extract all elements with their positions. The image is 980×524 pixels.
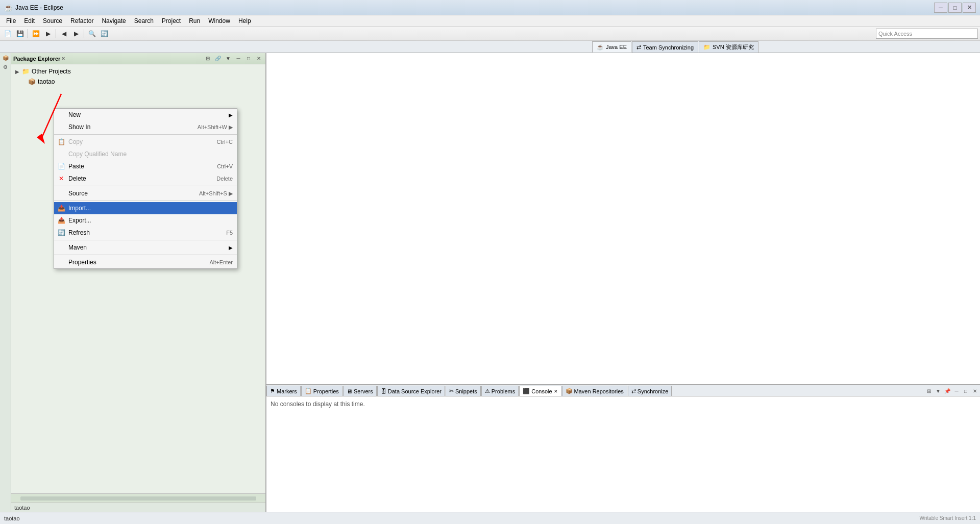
ctx-export[interactable]: 📤 Export...	[54, 214, 237, 227]
tb-run-button[interactable]: ▶	[42, 28, 54, 39]
team-sync-icon: ⇄	[636, 44, 641, 51]
package-explorer-title: Package Explorer	[13, 56, 60, 62]
menu-file[interactable]: File	[2, 16, 20, 26]
ctx-show-in-label: Show In	[68, 123, 90, 131]
ctx-paste[interactable]: 📄 Paste Ctrl+V	[54, 160, 237, 172]
bottom-new-console-button[interactable]: ⊞	[925, 387, 933, 395]
ctx-properties[interactable]: Properties Alt+Enter	[54, 256, 237, 268]
tab-data-source[interactable]: 🗄 Data Source Explorer	[377, 386, 445, 396]
bottom-display-button[interactable]: ▼	[934, 387, 942, 395]
properties-icon: 📋	[305, 388, 312, 394]
maximize-view-button[interactable]: □	[244, 54, 253, 63]
link-editor-button[interactable]: 🔗	[213, 54, 223, 63]
menu-edit[interactable]: Edit	[20, 16, 39, 26]
tab-maven-repos[interactable]: 📦 Maven Repositories	[562, 386, 627, 396]
ctx-copy[interactable]: 📋 Copy Ctrl+C	[54, 136, 237, 148]
ctx-delete[interactable]: ✕ Delete Delete	[54, 172, 237, 185]
collapse-all-button[interactable]: ⊟	[203, 54, 212, 63]
main-editor-area: ⚑ Markers 📋 Properties 🖥 Servers 🗄 Data …	[266, 53, 980, 512]
menu-run[interactable]: Run	[185, 16, 204, 26]
ctx-delete-shortcut: Delete	[216, 176, 233, 182]
maximize-button[interactable]: □	[948, 3, 962, 13]
tb-save-button[interactable]: 💾	[14, 28, 26, 39]
tab-problems[interactable]: ⚠ Problems	[481, 386, 519, 396]
menu-navigate[interactable]: Navigate	[97, 16, 130, 26]
tab-snippets[interactable]: ✂ Snippets	[446, 386, 481, 396]
other-projects-item[interactable]: ▶ 📁 Other Projects	[11, 66, 265, 77]
quick-access-input[interactable]: Quick Access	[876, 29, 978, 39]
bottom-close-button[interactable]: ✕	[971, 387, 979, 395]
properties-label: Properties	[313, 388, 339, 394]
console-close[interactable]: ✕	[554, 389, 558, 394]
toolbar-separator-3	[84, 29, 84, 38]
ctx-source-icon	[57, 189, 65, 197]
ctx-copy-qualified[interactable]: Copy Qualified Name	[54, 148, 237, 160]
java-ee-label: Java EE	[606, 44, 627, 50]
ctx-refresh[interactable]: 🔄 Refresh F5	[54, 227, 237, 239]
java-ee-icon: ☕	[597, 44, 604, 51]
ctx-new[interactable]: New ▶	[54, 109, 237, 121]
tab-properties[interactable]: 📋 Properties	[301, 386, 342, 396]
perspective-java-ee[interactable]: ☕ Java EE	[592, 41, 631, 53]
other-projects-arrow: ▶	[15, 69, 21, 74]
snippets-label: Snippets	[455, 388, 477, 394]
svn-label: SVN 资源库研究	[713, 43, 754, 51]
minimize-view-button[interactable]: ─	[234, 54, 243, 63]
ctx-source[interactable]: Source Alt+Shift+S ▶	[54, 187, 237, 199]
ctx-import[interactable]: 📥 Import...	[54, 202, 237, 214]
bottom-panel-controls: ⊞ ▼ 📌 ─ □ ✕	[924, 386, 980, 396]
snippets-icon: ✂	[449, 388, 454, 394]
ctx-export-icon: 📤	[57, 216, 65, 224]
left-icon-2[interactable]: ⚙	[2, 64, 10, 72]
bottom-minimize-button[interactable]: ─	[952, 387, 961, 395]
tab-markers[interactable]: ⚑ Markers	[266, 386, 301, 396]
ctx-maven[interactable]: Maven ▶	[54, 241, 237, 254]
package-explorer-scrollbar[interactable]	[11, 493, 265, 503]
tab-servers[interactable]: 🖥 Servers	[343, 386, 377, 396]
left-icon-1[interactable]: 📦	[2, 55, 10, 63]
tb-new-button[interactable]: 📄	[2, 28, 13, 39]
tb-back-button[interactable]: ◀	[58, 28, 69, 39]
tb-forward-button[interactable]: ▶	[70, 28, 82, 39]
tab-synchronize[interactable]: ⇄ Synchronize	[628, 386, 672, 396]
servers-icon: 🖥	[347, 388, 352, 394]
other-projects-label: Other Projects	[32, 68, 71, 75]
ctx-export-label: Export...	[68, 217, 91, 224]
view-menu-button[interactable]: ▼	[224, 54, 233, 63]
close-button[interactable]: ✕	[963, 3, 976, 13]
ctx-import-icon: 📥	[57, 204, 65, 212]
menu-source[interactable]: Source	[39, 16, 66, 26]
tb-search-button[interactable]: 🔍	[86, 28, 97, 39]
tb-refresh-button[interactable]: 🔄	[99, 28, 110, 39]
team-sync-label: Team Synchronizing	[643, 44, 694, 51]
menu-help[interactable]: Help	[234, 16, 255, 26]
ctx-paste-label: Paste	[68, 163, 84, 170]
data-source-label: Data Source Explorer	[388, 388, 442, 394]
tab-console[interactable]: ⬛ Console ✕	[519, 386, 561, 396]
perspective-svn[interactable]: 📁 SVN 资源库研究	[699, 41, 758, 53]
bottom-pin-button[interactable]: 📌	[943, 387, 951, 395]
menu-project[interactable]: Project	[158, 16, 185, 26]
status-project-name: taotao	[14, 505, 30, 511]
tb-debug-button[interactable]: ⏩	[30, 28, 41, 39]
menu-window[interactable]: Window	[204, 16, 234, 26]
taotao-item[interactable]: 📦 taotao	[11, 77, 265, 87]
other-projects-icon: 📁	[21, 67, 30, 76]
header-actions: ⊟ 🔗 ▼ ─ □ ✕	[203, 54, 263, 63]
minimize-button[interactable]: ─	[934, 3, 947, 13]
close-view-button[interactable]: ✕	[254, 54, 263, 63]
app-icon: ☕	[4, 4, 12, 12]
ctx-maven-icon	[57, 243, 65, 252]
ctx-new-icon	[57, 111, 65, 119]
ctx-show-in-shortcut: Alt+Shift+W ▶	[198, 124, 233, 131]
ctx-source-label: Source	[68, 190, 88, 197]
markers-label: Markers	[277, 388, 297, 394]
ctx-refresh-shortcut: F5	[226, 230, 233, 236]
ctx-copy-qualified-icon	[57, 150, 65, 158]
perspective-team-sync[interactable]: ⇄ Team Synchronizing	[632, 41, 698, 53]
ctx-copy-icon: 📋	[57, 138, 65, 146]
ctx-show-in[interactable]: Show In Alt+Shift+W ▶	[54, 121, 237, 133]
menu-refactor[interactable]: Refactor	[66, 16, 97, 26]
bottom-maximize-button[interactable]: □	[962, 387, 970, 395]
menu-search[interactable]: Search	[130, 16, 158, 26]
